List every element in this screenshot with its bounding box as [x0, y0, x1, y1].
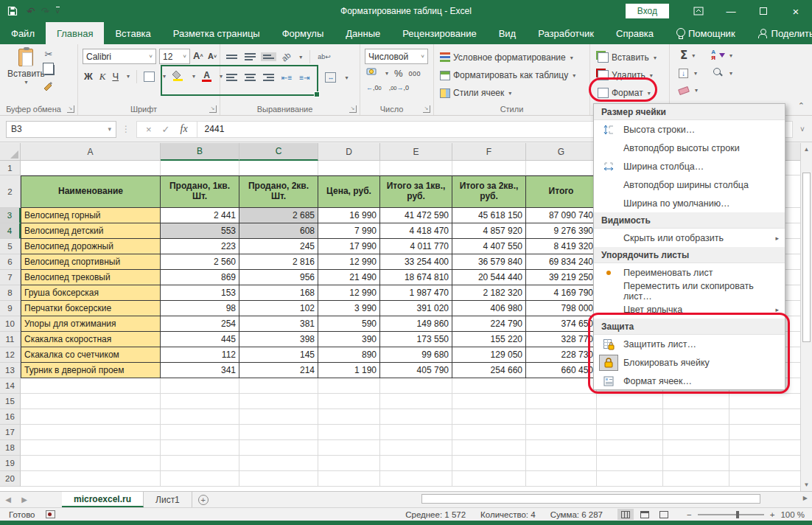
cell-C7[interactable]: 956 [239, 270, 318, 285]
cell-C19[interactable] [239, 456, 318, 471]
cell-F15[interactable] [452, 394, 526, 409]
cell-G13[interactable]: 660 450 [526, 363, 597, 378]
menu-item-move-copy-sheet[interactable]: Переместить или скопировать лист… [594, 282, 785, 300]
conditional-formatting-button[interactable]: Условное форматирование▾ [440, 49, 573, 66]
cell-G10[interactable]: 374 650 [526, 316, 597, 332]
orientation-dropdown-icon[interactable]: ▾ [299, 54, 302, 60]
align-top-icon[interactable] [226, 55, 237, 59]
clipboard-dialog-launcher[interactable]: ↘ [67, 105, 74, 113]
col-header-E[interactable]: E [380, 143, 452, 161]
cell-G4[interactable]: 9 276 390 [526, 223, 597, 239]
name-box[interactable]: B3 ▾ [6, 121, 116, 138]
cell-C3[interactable]: 2 685 [239, 208, 318, 223]
cell-H17[interactable] [597, 425, 663, 440]
cell-A12[interactable]: Скакалка со счетчиком [21, 347, 161, 363]
cell-C17[interactable] [239, 425, 318, 440]
cell-A18[interactable] [21, 440, 161, 456]
menu-item-hide-unhide[interactable]: Скрыть или отобразить▸ [594, 229, 785, 247]
cell-F3[interactable]: 45 618 150 [452, 208, 526, 223]
cell-E6[interactable]: 33 254 400 [380, 254, 452, 270]
cell-A19[interactable] [21, 456, 161, 471]
menu-item-row-height[interactable]: Высота строки… [594, 120, 785, 139]
ribbon-display-options-icon[interactable] [682, 0, 715, 22]
col-header-B[interactable]: B [161, 143, 239, 161]
close-button[interactable]: × [780, 0, 812, 22]
cell-C20[interactable] [239, 471, 318, 487]
cell-A20[interactable] [21, 471, 161, 487]
cell-D3[interactable]: 16 990 [318, 208, 380, 223]
cell-G17[interactable] [526, 425, 597, 440]
cell-C12[interactable]: 145 [239, 347, 318, 363]
page-break-view-icon[interactable] [656, 509, 672, 520]
cell-A5[interactable]: Велосипед дорожный [21, 239, 161, 254]
cell-J15[interactable] [729, 394, 800, 409]
cell-I20[interactable] [663, 471, 729, 487]
cell-D17[interactable] [318, 425, 380, 440]
borders-dropdown-icon[interactable]: ▾ [163, 73, 166, 80]
cell-B11[interactable]: 445 [161, 332, 239, 347]
cell-A7[interactable]: Велосипед трековый [21, 270, 161, 285]
cell-D18[interactable] [318, 440, 380, 456]
cell-A6[interactable]: Велосипед спортивный [21, 254, 161, 270]
cell-E1[interactable] [380, 161, 452, 175]
save-icon[interactable] [7, 6, 18, 16]
cell-F18[interactable] [452, 440, 526, 456]
sheet-nav-right-icon[interactable]: ▶ [16, 492, 32, 507]
currency-icon[interactable] [366, 68, 378, 79]
zoom-out-icon[interactable]: − [687, 510, 692, 519]
cell-B4[interactable]: 553 [161, 223, 239, 239]
cell-C6[interactable]: 2 816 [239, 254, 318, 270]
format-button[interactable]: Формат▾ [598, 85, 651, 101]
zoom-slider[interactable] [698, 514, 764, 515]
increase-indent-icon[interactable]: ≡⇥ [299, 74, 309, 82]
horizontal-scroll-thumb[interactable] [421, 494, 760, 504]
cell-E11[interactable]: 173 550 [380, 332, 452, 347]
fill-color-icon[interactable] [172, 69, 184, 83]
cell-C16[interactable] [239, 409, 318, 425]
cell-B3[interactable]: 2 441 [161, 208, 239, 223]
cell-D2[interactable]: Цена, руб. [318, 175, 380, 208]
cell-C4[interactable]: 608 [239, 223, 318, 239]
ribbon-tab-developer[interactable]: Разработчик [527, 22, 605, 44]
sheet-tab-microexcel-ru[interactable]: microexcel.ru [62, 492, 144, 507]
cell-E12[interactable]: 99 680 [380, 347, 452, 363]
ribbon-tab-help[interactable]: Справка [605, 22, 665, 44]
cell-B5[interactable]: 223 [161, 239, 239, 254]
cell-G20[interactable] [526, 471, 597, 487]
menu-item-protect-sheet[interactable]: Защитить лист… [594, 335, 785, 353]
cell-J16[interactable] [729, 409, 800, 425]
cell-F10[interactable]: 224 790 [452, 316, 526, 332]
menu-item-tab-color[interactable]: Цвет ярлычка▸ [594, 300, 785, 319]
cell-E13[interactable]: 405 790 [380, 363, 452, 378]
alignment-dialog-launcher[interactable]: ↘ [349, 105, 357, 113]
sheet-tab-list1[interactable]: Лист1 [144, 492, 192, 507]
scroll-down-icon[interactable]: ▼ [801, 479, 812, 491]
menu-item-default-width[interactable]: Ширина по умолчанию… [594, 194, 785, 212]
cell-B12[interactable]: 112 [161, 347, 239, 363]
cell-C1[interactable] [239, 161, 318, 175]
cell-C13[interactable]: 214 [239, 363, 318, 378]
cell-F17[interactable] [452, 425, 526, 440]
cell-G3[interactable]: 87 090 740 [526, 208, 597, 223]
cell-C2[interactable]: Продано, 2кв. Шт. [239, 175, 318, 208]
cell-A11[interactable]: Скакалка скоростная [21, 332, 161, 347]
undo-dropdown-icon[interactable]: ▾ [29, 8, 32, 15]
col-header-C[interactable]: C [239, 143, 318, 161]
cell-E7[interactable]: 18 674 810 [380, 270, 452, 285]
cell-F13[interactable]: 254 660 [452, 363, 526, 378]
cell-B8[interactable]: 153 [161, 285, 239, 301]
cell-D7[interactable]: 21 490 [318, 270, 380, 285]
name-box-dropdown-icon[interactable]: ▾ [108, 125, 111, 133]
cell-B9[interactable]: 98 [161, 301, 239, 316]
cell-A13[interactable]: Турник в дверной проем [21, 363, 161, 378]
row-header-7[interactable]: 7 [0, 270, 21, 285]
font-size-select[interactable]: 12˅ [159, 49, 190, 64]
col-header-D[interactable]: D [318, 143, 380, 161]
macro-record-icon[interactable] [46, 510, 55, 518]
cell-B2[interactable]: Продано, 1кв. Шт. [161, 175, 239, 208]
ribbon-tab-insert[interactable]: Вставка [104, 22, 161, 44]
ribbon-tab-home[interactable]: Главная [46, 22, 104, 44]
cell-D9[interactable]: 3 990 [318, 301, 380, 316]
cell-B6[interactable]: 2 560 [161, 254, 239, 270]
sort-filter-dropdown-icon[interactable]: ▾ [729, 52, 732, 59]
